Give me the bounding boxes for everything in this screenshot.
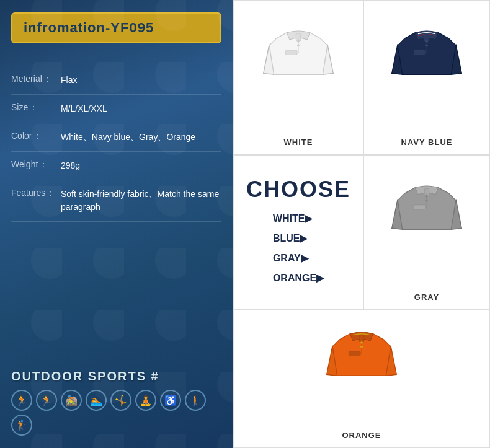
- outdoor-title: OUTDOOR SPORTS #: [11, 369, 221, 384]
- svg-point-18: [360, 346, 363, 348]
- svg-point-7: [425, 40, 428, 42]
- product-image-navy: [364, 1, 489, 134]
- info-table: Meterial ： Flax Size ： M/L/XL/XXL Color …: [11, 66, 221, 222]
- info-value: M/L/XL/XXL: [61, 102, 221, 115]
- info-value: Soft skin-friendly fabric、Match the same…: [61, 188, 221, 214]
- info-row: Size ： M/L/XL/XXL: [11, 95, 221, 123]
- choose-option-1[interactable]: BLUE▶: [273, 229, 324, 248]
- info-value: 298g: [61, 159, 221, 172]
- svg-rect-14: [414, 204, 425, 209]
- activity-icon-8: 🏌: [11, 415, 32, 436]
- product-image-gray: [364, 156, 489, 289]
- info-label: Features ：: [11, 188, 61, 199]
- svg-point-2: [297, 40, 300, 42]
- info-label: Size ：: [11, 102, 61, 113]
- product-cell-white: WHITE: [233, 0, 363, 155]
- activity-icon-2: 🚵: [61, 390, 82, 411]
- activity-icon-5: 🧘: [135, 390, 156, 411]
- svg-point-17: [360, 341, 363, 344]
- svg-point-3: [297, 44, 300, 46]
- right-panel: WHITE NAVY B: [233, 0, 490, 448]
- choose-options: WHITE▶BLUE▶GRAY▶ORANGE▶: [273, 209, 324, 288]
- product-cell-gray: GRAY: [363, 155, 490, 310]
- choose-option-0[interactable]: WHITE▶: [273, 209, 324, 229]
- svg-rect-9: [414, 50, 425, 55]
- activity-icon-0: 🏃: [11, 390, 32, 411]
- info-label: Color ：: [11, 131, 61, 142]
- info-value: White、Navy blue、Gray、Orange: [61, 131, 221, 144]
- divider: [11, 55, 221, 55]
- product-cell-navy: NAVY BLUE: [363, 0, 490, 155]
- product-label-navy: NAVY BLUE: [401, 134, 453, 148]
- info-label: Meterial ：: [11, 74, 61, 85]
- info-row: Features ： Soft skin-friendly fabric、Mat…: [11, 180, 221, 222]
- choose-cell: CHOOSE WHITE▶BLUE▶GRAY▶ORANGE▶: [233, 155, 363, 310]
- svg-rect-4: [285, 50, 297, 55]
- product-label-gray: GRAY: [414, 289, 439, 303]
- activity-icon-3: 🏊: [86, 390, 107, 411]
- info-row: Color ： White、Navy blue、Gray、Orange: [11, 123, 221, 152]
- activity-icons-row: 🏃🏃🚵🏊🤸🧘♿🚶🏌: [11, 390, 221, 436]
- svg-rect-19: [349, 351, 360, 356]
- info-value: Flax: [61, 74, 221, 87]
- info-row: Meterial ： Flax: [11, 66, 221, 95]
- activity-icon-7: 🚶: [185, 390, 206, 411]
- product-label-white: WHITE: [284, 134, 313, 148]
- left-panel: infromation-YF095 Meterial ： Flax Size ：…: [0, 0, 233, 448]
- choose-option-3[interactable]: ORANGE▶: [273, 268, 324, 288]
- product-cell-orange: ORANGE: [233, 310, 490, 448]
- info-label: Weight ：: [11, 159, 61, 170]
- choose-title: CHOOSE: [246, 177, 350, 203]
- svg-point-13: [425, 199, 428, 201]
- activity-icon-4: 🤸: [110, 390, 131, 411]
- product-title-box: infromation-YF095: [11, 12, 221, 43]
- choose-option-2[interactable]: GRAY▶: [273, 248, 324, 268]
- svg-point-12: [425, 195, 428, 197]
- activity-icon-1: 🏃: [36, 390, 57, 411]
- product-title: infromation-YF095: [24, 20, 154, 35]
- activity-icon-6: ♿: [160, 390, 181, 411]
- product-image-white: [234, 1, 363, 134]
- svg-point-8: [425, 44, 428, 46]
- product-image-orange: [234, 310, 489, 427]
- product-label-orange: ORANGE: [342, 427, 381, 441]
- info-row: Weight ： 298g: [11, 152, 221, 180]
